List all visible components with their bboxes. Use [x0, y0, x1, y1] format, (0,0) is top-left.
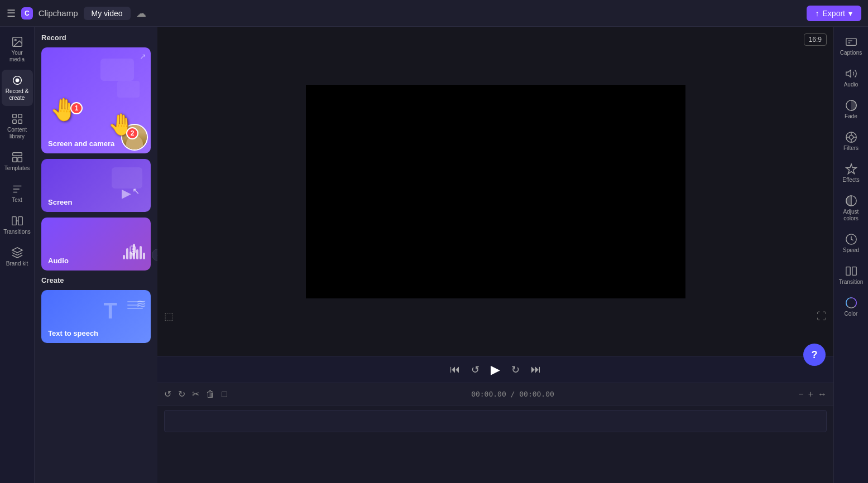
transition-label: Transition [839, 279, 864, 286]
sidebar-item-content-library[interactable]: Content library [2, 108, 33, 144]
transitions-icon [11, 215, 23, 227]
export-button[interactable]: ↑ Export ▾ [807, 6, 861, 21]
adjust-colors-label: Adjust colors [838, 209, 865, 222]
svg-rect-14 [12, 217, 16, 225]
export-label: Export [823, 9, 845, 18]
panel-collapse-button[interactable]: ‹ [152, 249, 157, 261]
sidebar-item-transitions[interactable]: Transitions [2, 210, 33, 240]
screen-label: Screen [48, 198, 72, 206]
svg-point-3 [16, 79, 19, 82]
cut-button[interactable]: ✂ [192, 389, 199, 399]
sidebar-item-brand-kit[interactable]: Brand kit [2, 242, 33, 272]
export-chevron: ▾ [848, 9, 852, 18]
zoom-out-button[interactable]: − [798, 389, 803, 399]
tts-label: Text to speech [48, 329, 98, 337]
preview-controls: ⏮ ↺ ▶ ↻ ⏭ [157, 356, 833, 383]
fade-label: Fade [845, 113, 857, 120]
fullscreen-icon[interactable]: ⛶ [817, 311, 827, 322]
side-panel: Record ↗ 🤚 🤚 1 2 Screen and camera [35, 27, 157, 483]
svg-rect-8 [12, 153, 22, 156]
logo-badge: C [21, 7, 33, 20]
record-section-title: Record [41, 33, 151, 42]
video-frame [306, 85, 685, 298]
timeline-tracks [157, 405, 833, 483]
mouse-cursor: ↖ [132, 186, 140, 196]
screen-camera-card[interactable]: ↗ 🤚 🤚 1 2 Screen and camera [41, 47, 151, 153]
topbar: ☰ C Clipchamp My video ☁ ↑ Export ▾ [0, 0, 868, 27]
captions-label: Captions [840, 50, 862, 56]
help-button[interactable]: ? [803, 344, 826, 366]
text-to-speech-card[interactable]: T ≋ Text to speech [41, 290, 151, 343]
expand-icon: ↗ [140, 52, 146, 61]
right-item-filters[interactable]: Filters [836, 127, 867, 156]
main-content: Your media Record & create Content libra… [0, 27, 868, 483]
svg-rect-4 [12, 114, 16, 118]
sidebar-item-transitions-label: Transitions [3, 229, 31, 235]
brand-icon [11, 247, 23, 259]
forward-button[interactable]: ↻ [511, 364, 520, 376]
sidebar-item-text[interactable]: Text [2, 178, 33, 208]
sidebar-item-record-create[interactable]: Record & create [2, 70, 33, 106]
play-button[interactable]: ▶ [491, 363, 500, 377]
sidebar-item-content-library-label: Content library [4, 127, 31, 140]
media-icon [11, 36, 23, 48]
screen-camera-label: Screen and camera [48, 139, 114, 148]
right-item-audio[interactable]: Audio [836, 63, 867, 93]
svg-rect-17 [846, 38, 856, 46]
time-display: 00:00.00 / 00:00.00 [234, 390, 792, 398]
badge-1: 1 [70, 102, 83, 114]
redo-button[interactable]: ↻ [178, 389, 185, 399]
svg-point-23 [849, 135, 853, 139]
record-icon [11, 74, 23, 86]
right-item-adjust-colors[interactable]: Adjust colors [836, 190, 867, 226]
skip-back-button[interactable]: ⏮ [450, 364, 460, 375]
time-current: 00:00.00 [471, 390, 506, 398]
audio-right-icon [845, 67, 857, 80]
rewind-button[interactable]: ↺ [471, 364, 479, 376]
right-item-color[interactable]: Color [836, 292, 867, 322]
speed-label: Speed [843, 247, 859, 254]
tts-t-deco: T [104, 298, 117, 323]
right-item-captions[interactable]: Captions [836, 31, 867, 61]
create-section-title: Create [41, 276, 151, 284]
video-preview: 16:9 ⬚ ⛶ [157, 27, 833, 356]
menu-icon[interactable]: ☰ [7, 7, 16, 20]
right-item-effects[interactable]: Effects [836, 158, 867, 188]
cursor-icon: ▶ [122, 186, 131, 201]
cloud-icon: ☁ [136, 7, 146, 20]
right-item-speed[interactable]: Speed [836, 229, 867, 258]
right-item-fade[interactable]: Fade [836, 95, 867, 124]
color-icon [845, 297, 857, 309]
screen-card[interactable]: ▶ ↖ Screen [41, 159, 151, 212]
svg-rect-7 [18, 120, 21, 123]
my-video-tab[interactable]: My video [84, 7, 131, 20]
speed-icon [845, 233, 857, 245]
svg-rect-32 [852, 267, 856, 276]
export-icon: ↑ [816, 9, 819, 18]
topbar-right: ↑ Export ▾ [807, 6, 861, 21]
sidebar-item-your-media[interactable]: Your media [2, 31, 33, 67]
sidebar-item-templates[interactable]: Templates [2, 147, 33, 176]
delete-button[interactable]: 🗑 [206, 389, 215, 399]
undo-button[interactable]: ↺ [164, 389, 171, 399]
svg-point-1 [15, 39, 16, 41]
right-panel: Captions Audio Fade [833, 27, 868, 483]
fit-zoom-button[interactable]: ↔ [818, 389, 827, 399]
icon-nav: Your media Record & create Content libra… [0, 27, 35, 483]
time-separator: / [511, 390, 520, 398]
svg-marker-20 [846, 70, 850, 78]
audio-card[interactable]: 🎙 Audio [41, 218, 151, 271]
sidebar-item-brand-kit-label: Brand kit [6, 260, 28, 267]
right-item-transition[interactable]: Transition [836, 260, 867, 290]
caption-icon[interactable]: ⬚ [164, 310, 174, 322]
audio-label: Audio [48, 257, 69, 265]
skip-forward-button[interactable]: ⏭ [531, 364, 541, 375]
svg-rect-5 [18, 114, 21, 118]
color-label: Color [845, 311, 858, 317]
library-icon [11, 113, 23, 125]
center-area: 16:9 ⬚ ⛶ ⏮ ↺ ▶ ↻ ⏭ ↺ ↻ ✂ 🗑 □ 00:00.0 [157, 27, 833, 483]
topbar-left: ☰ C Clipchamp My video ☁ [7, 7, 800, 20]
fit-button[interactable]: □ [222, 389, 227, 399]
zoom-in-button[interactable]: + [808, 389, 813, 399]
zoom-controls: − + ↔ [798, 389, 827, 399]
